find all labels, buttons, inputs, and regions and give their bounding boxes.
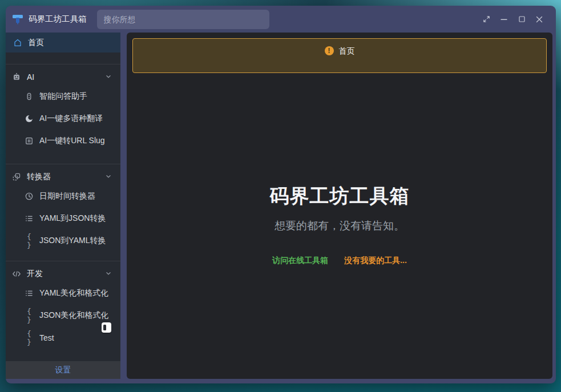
app-logo-icon (11, 13, 24, 26)
expand-icon[interactable] (479, 12, 494, 27)
sidebar-item-ai-assistant[interactable]: 智能问答助手 (6, 85, 120, 107)
chevron-down-icon (104, 269, 112, 279)
sidebar-item-label: JSON到YAML转换 (39, 236, 106, 246)
app-window: 码界工坊工具箱 (6, 6, 556, 383)
sidebar-item-label: AI一键转URL Slug (39, 136, 105, 146)
sidebar-item-label: AI一键多语种翻译 (39, 114, 103, 124)
translate-icon (25, 114, 34, 123)
sidebar-section-ai[interactable]: AI (6, 69, 120, 85)
chevron-down-icon (104, 72, 112, 82)
close-icon[interactable] (532, 12, 547, 27)
code-icon (12, 269, 21, 278)
sidebar-divider (6, 261, 120, 261)
banner-label: 首页 (339, 46, 355, 55)
assistant-icon (25, 92, 34, 101)
robot-icon (12, 72, 21, 82)
sidebar-item-label: 首页 (28, 38, 44, 48)
sidebar-item-label: Test (39, 333, 54, 342)
search-input[interactable] (97, 10, 269, 29)
sidebar-section-converter[interactable]: 转换器 (6, 169, 120, 185)
warning-icon: ! (325, 46, 334, 55)
slug-icon (25, 136, 34, 146)
list-icon (25, 214, 34, 223)
chevron-down-icon (104, 172, 112, 182)
list-icon (25, 289, 34, 298)
minimize-icon[interactable] (497, 12, 511, 27)
sidebar-item-label: JSON美化和格式化 (39, 310, 108, 321)
braces-icon: { } (25, 307, 34, 324)
sidebar-item-ai-translate[interactable]: AI一键多语种翻译 (6, 107, 120, 130)
sidebar-divider (6, 64, 120, 64)
main-content: ! 首页 码界工坊工具箱 想要的都有，没有请告知。 访问在线工具箱 没有我要的工… (127, 33, 552, 379)
app-title: 码界工坊工具箱 (29, 14, 87, 25)
window-body: 首页 AI (6, 33, 556, 383)
desktop-wallpaper: 码界工坊工具箱 (0, 0, 561, 392)
braces-icon: { } (25, 329, 34, 346)
home-icon (13, 38, 22, 47)
sidebar-item-json-to-yaml[interactable]: { } JSON到YAML转换 (6, 229, 120, 252)
settings-button[interactable]: 设置 (6, 362, 120, 379)
transform-icon (12, 172, 21, 181)
sidebar-item-yaml-to-json[interactable]: YAML到JSON转换 (6, 207, 120, 229)
sidebar-item-label: 日期时间转换器 (39, 191, 95, 201)
braces-icon: { } (25, 232, 34, 249)
sidebar-section-dev[interactable]: 开发 (6, 266, 120, 282)
hero-title: 码界工坊工具箱 (127, 183, 552, 209)
sidebar-item-datetime-converter[interactable]: 日期时间转换器 (6, 185, 120, 207)
maximize-icon[interactable] (514, 12, 529, 27)
section-label: 转换器 (27, 172, 51, 182)
missing-tool-link[interactable]: 没有我要的工具... (344, 256, 407, 266)
hero: 码界工坊工具箱 想要的都有，没有请告知。 访问在线工具箱 没有我要的工具... (127, 183, 552, 266)
alert-banner: ! 首页 (132, 38, 547, 73)
hero-subtitle: 想要的都有，没有请告知。 (127, 219, 552, 233)
sidebar-item-label: YAML美化和格式化 (39, 288, 108, 298)
clock-icon (25, 192, 34, 201)
sidebar-divider (6, 164, 120, 164)
sidebar-item-ai-url-slug[interactable]: AI一键转URL Slug (6, 130, 120, 152)
sidebar-item-label: 智能问答助手 (39, 91, 87, 102)
section-label: 开发 (27, 269, 43, 279)
mouse-cursor (102, 322, 111, 333)
online-toolbox-link[interactable]: 访问在线工具箱 (272, 256, 328, 266)
sidebar-item-yaml-beautify[interactable]: YAML美化和格式化 (6, 282, 120, 304)
titlebar[interactable]: 码界工坊工具箱 (6, 6, 556, 33)
sidebar-item-home[interactable]: 首页 (6, 33, 120, 52)
section-label: AI (27, 72, 34, 82)
sidebar-item-label: YAML到JSON转换 (39, 213, 106, 224)
